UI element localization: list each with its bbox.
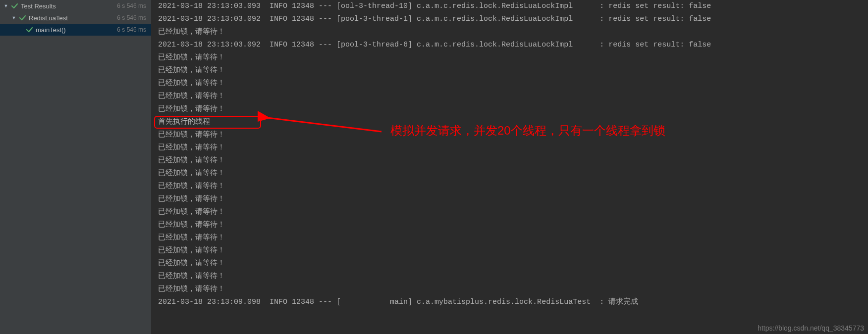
tree-row-class[interactable]: ▼ RedisLuaTest 6 s 546 ms	[0, 12, 151, 24]
tree-time-class: 6 s 546 ms	[117, 14, 151, 21]
console-line: 已经加锁，请等待！	[158, 51, 868, 64]
console-line: 已经加锁，请等待！	[158, 193, 868, 206]
console-line: 已经加锁，请等待！	[158, 244, 868, 257]
annotation-text: 模拟并发请求，并发20个线程，只有一个线程拿到锁	[390, 123, 665, 139]
test-tree-panel: ▼ Test Results 6 s 546 ms ▼ RedisLuaTest…	[0, 0, 151, 334]
pass-icon	[26, 26, 33, 33]
console-line: 已经加锁，请等待！	[158, 206, 868, 219]
tree-label-root: Test Results	[21, 2, 117, 10]
console-line: 已经加锁，请等待！	[158, 283, 868, 296]
tree-row-method[interactable]: mainTest() 6 s 546 ms	[0, 24, 151, 36]
tree-label-method: mainTest()	[36, 26, 117, 34]
pass-icon	[19, 14, 26, 21]
console-line: 已经加锁，请等待！	[158, 154, 868, 167]
watermark: https://blog.csdn.net/qq_38345773	[758, 324, 864, 332]
console-line: 已经加锁，请等待！	[158, 180, 868, 193]
tree-row-root[interactable]: ▼ Test Results 6 s 546 ms	[0, 0, 151, 12]
console-line: 已经加锁，请等待！	[158, 167, 868, 180]
tree-time-root: 6 s 546 ms	[117, 2, 151, 9]
console-line: 已经加锁，请等待！	[158, 142, 868, 154]
expand-arrow-icon[interactable]: ▼	[11, 15, 17, 21]
pass-icon	[11, 2, 18, 9]
console-line: 已经加锁，请等待！	[158, 257, 868, 270]
console-line: 已经加锁，请等待！	[158, 77, 868, 90]
console-line: 2021-03-18 23:13:03.093 INFO 12348 --- […	[158, 0, 868, 13]
console-line: 已经加锁，请等待！	[158, 90, 868, 103]
console-line: 2021-03-18 23:13:03.092 INFO 12348 --- […	[158, 13, 868, 26]
console-line: 已经加锁，请等待！	[158, 64, 868, 77]
console-line: 已经加锁，请等待！	[158, 103, 868, 116]
console-line: 2021-03-18 23:13:03.092 INFO 12348 --- […	[158, 39, 868, 51]
console-line: 已经加锁，请等待！	[158, 219, 868, 232]
console-output[interactable]: 2021-03-18 23:13:03.093 INFO 12348 --- […	[151, 0, 868, 334]
tree-time-method: 6 s 546 ms	[117, 26, 151, 33]
console-line: 2021-03-18 23:13:09.098 INFO 12348 --- […	[158, 296, 868, 309]
console-line: 已经加锁，请等待！	[158, 26, 868, 39]
console-line: 已经加锁，请等待！	[158, 270, 868, 283]
expand-arrow-icon[interactable]: ▼	[3, 3, 9, 9]
highlight-box: 首先执行的线程	[154, 116, 261, 129]
console-line: 已经加锁，请等待！	[158, 232, 868, 244]
tree-label-class: RedisLuaTest	[29, 14, 117, 22]
